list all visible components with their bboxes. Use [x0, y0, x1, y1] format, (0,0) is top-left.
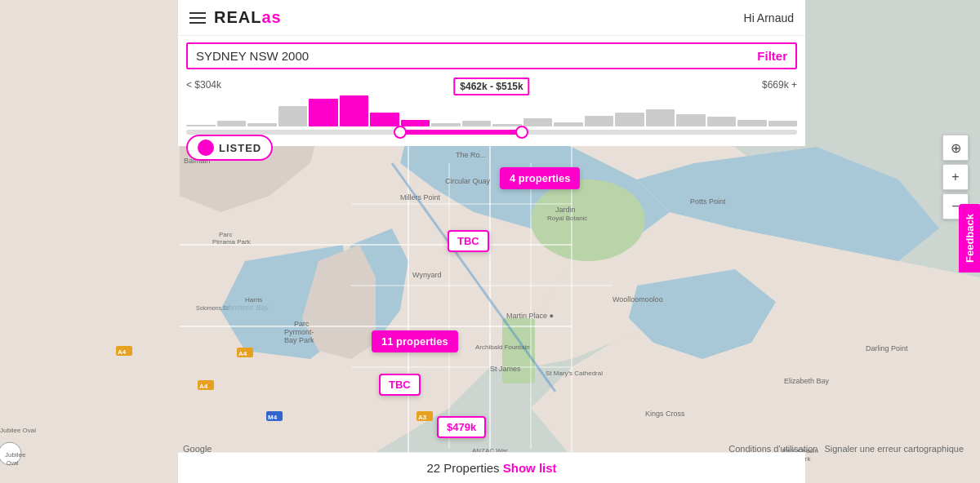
listed-label: LISTED: [219, 142, 261, 154]
price-histogram: [186, 94, 797, 126]
svg-text:Harris: Harris: [245, 296, 262, 304]
svg-text:Jardin: Jardin: [555, 206, 576, 214]
svg-text:Royal Botanic: Royal Botanic: [547, 215, 587, 222]
search-bar: Filter: [186, 42, 797, 69]
svg-text:Millers Point: Millers Point: [400, 193, 441, 202]
property-count: 22 Properties: [426, 461, 499, 475]
svg-text:Pyrmont-: Pyrmont-: [284, 328, 314, 336]
svg-text:A3: A3: [418, 414, 427, 421]
marker-label: 4 properties: [500, 167, 580, 189]
svg-text:Jubilee Oval: Jubilee Oval: [0, 427, 36, 434]
google-attribution: Google: [183, 444, 212, 454]
marker-tbc-2[interactable]: TBC: [379, 374, 421, 396]
svg-rect-11: [502, 318, 535, 383]
svg-text:St Mary's Cathedral: St Mary's Cathedral: [546, 370, 603, 377]
marker-11-properties[interactable]: 11 properties: [372, 330, 458, 352]
price-slider-fill: [400, 130, 523, 135]
svg-text:M4: M4: [268, 414, 278, 421]
logo: REALas: [214, 8, 282, 27]
marker-label: 11 properties: [372, 330, 458, 352]
listed-toggle[interactable]: LISTED: [186, 135, 273, 161]
svg-text:A4: A4: [238, 350, 247, 357]
menu-icon[interactable]: [189, 12, 206, 24]
svg-text:A4: A4: [118, 348, 127, 356]
price-range: < $304k $669k + $462k - $515k: [178, 76, 805, 146]
marker-tbc-1[interactable]: TBC: [448, 230, 489, 252]
map-links: Conditions d'utilisation Signaler une er…: [728, 444, 964, 454]
svg-text:Martin Place ●: Martin Place ●: [506, 312, 554, 320]
svg-text:Potts Point: Potts Point: [690, 197, 726, 206]
svg-text:The Ro...: The Ro...: [456, 151, 486, 159]
svg-text:Pirrama Park: Pirrama Park: [212, 238, 252, 246]
price-min-label: < $304k: [186, 79, 221, 91]
svg-marker-1: [0, 0, 180, 483]
price-max-label: $669k +: [762, 79, 797, 91]
svg-text:Parc: Parc: [219, 231, 232, 238]
svg-text:Woolloomooloo: Woolloomooloo: [612, 295, 663, 304]
zoom-in-button[interactable]: +: [942, 164, 969, 190]
svg-text:Parc: Parc: [294, 320, 310, 328]
locate-button[interactable]: ⊕: [942, 135, 969, 161]
marker-479k[interactable]: $479k: [437, 416, 486, 438]
header: REALas Hi Arnaud: [178, 0, 805, 36]
price-slider-track[interactable]: [186, 130, 797, 135]
marker-label: TBC: [379, 374, 421, 396]
svg-text:Circular Quay: Circular Quay: [445, 177, 491, 185]
filter-button[interactable]: Filter: [757, 49, 787, 63]
show-list-link[interactable]: Show list: [503, 461, 557, 475]
greeting: Hi Arnaud: [744, 11, 794, 24]
marker-label: TBC: [448, 230, 489, 252]
svg-text:Oval: Oval: [7, 460, 19, 466]
svg-text:Jubilee: Jubilee: [5, 451, 26, 459]
svg-text:Kings Cross: Kings Cross: [645, 410, 685, 418]
bottom-bar: 22 Properties Show list: [178, 452, 805, 483]
toggle-circle: [198, 140, 214, 156]
report-link[interactable]: Signaler une erreur cartographique: [824, 444, 964, 454]
svg-text:Elizabeth Bay: Elizabeth Bay: [784, 377, 830, 385]
marker-label: $479k: [437, 416, 486, 438]
svg-text:A4: A4: [199, 383, 208, 390]
feedback-button[interactable]: Feedback: [959, 204, 980, 273]
svg-text:St James: St James: [490, 365, 521, 373]
price-slider-thumb-left[interactable]: [394, 126, 407, 139]
svg-text:Bay Park: Bay Park: [284, 336, 314, 344]
price-selected-range: $462k - $515k: [453, 78, 529, 95]
search-input[interactable]: [196, 49, 757, 63]
svg-text:Darling Point: Darling Point: [866, 344, 908, 352]
top-panel: REALas Hi Arnaud Filter < $304k $669k + …: [178, 0, 805, 146]
price-slider-thumb-right[interactable]: [515, 126, 528, 139]
svg-text:Wynyard: Wynyard: [412, 271, 441, 279]
terms-link[interactable]: Conditions d'utilisation: [728, 444, 817, 454]
svg-text:Johnstons Bay: Johnstons Bay: [220, 304, 270, 312]
marker-4-properties[interactable]: 4 properties: [500, 167, 580, 189]
